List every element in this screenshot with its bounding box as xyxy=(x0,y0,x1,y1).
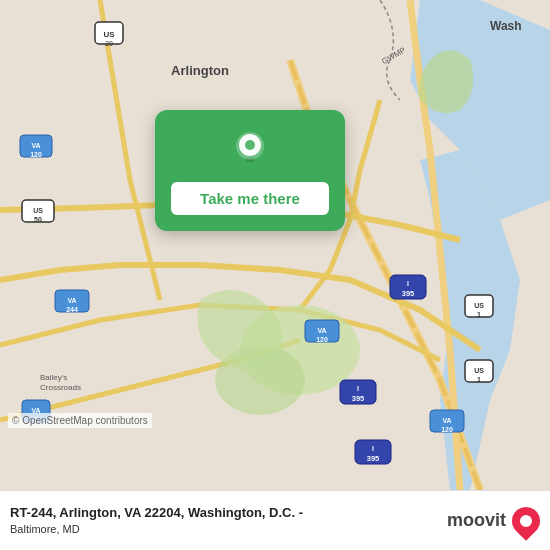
svg-text:1: 1 xyxy=(477,311,481,318)
svg-text:Bailey's: Bailey's xyxy=(40,373,67,382)
bottom-bar: RT-244, Arlington, VA 22204, Washington,… xyxy=(0,490,550,550)
svg-text:I: I xyxy=(407,280,409,287)
cta-card: Take me there xyxy=(155,110,345,231)
svg-text:244: 244 xyxy=(66,306,78,313)
svg-text:395: 395 xyxy=(367,454,380,463)
svg-text:50: 50 xyxy=(34,216,42,223)
svg-text:395: 395 xyxy=(402,289,415,298)
svg-text:1: 1 xyxy=(477,376,481,383)
svg-text:VA: VA xyxy=(317,327,326,334)
location-pin-icon xyxy=(228,128,272,172)
svg-text:VA: VA xyxy=(442,417,451,424)
moovit-logo: moovit xyxy=(447,507,540,535)
location-line2: Baltimore, MD xyxy=(10,522,447,537)
svg-text:120: 120 xyxy=(441,426,453,433)
moovit-logo-text: moovit xyxy=(447,510,506,531)
svg-text:US: US xyxy=(474,302,484,309)
svg-text:Wash: Wash xyxy=(490,19,522,33)
svg-text:US: US xyxy=(33,207,43,214)
svg-text:I: I xyxy=(357,385,359,392)
moovit-brand-icon xyxy=(506,501,546,541)
svg-text:US: US xyxy=(474,367,484,374)
svg-text:120: 120 xyxy=(30,151,42,158)
svg-text:Crossroads: Crossroads xyxy=(40,383,81,392)
svg-text:29: 29 xyxy=(105,40,113,47)
map-container: US 29 VA 120 US 50 VA 244 VA 7 I 395 I 3… xyxy=(0,0,550,490)
svg-point-47 xyxy=(245,158,255,162)
svg-text:VA: VA xyxy=(67,297,76,304)
take-me-there-button[interactable]: Take me there xyxy=(171,182,329,215)
svg-text:US: US xyxy=(103,30,115,39)
svg-text:I: I xyxy=(372,445,374,452)
svg-text:VA: VA xyxy=(31,142,40,149)
svg-text:120: 120 xyxy=(316,336,328,343)
location-line1: RT-244, Arlington, VA 22204, Washington,… xyxy=(10,504,447,522)
svg-text:Arlington: Arlington xyxy=(171,63,229,78)
svg-text:395: 395 xyxy=(352,394,365,403)
copyright-text: © OpenStreetMap contributors xyxy=(8,413,152,428)
location-info: RT-244, Arlington, VA 22204, Washington,… xyxy=(10,504,447,538)
